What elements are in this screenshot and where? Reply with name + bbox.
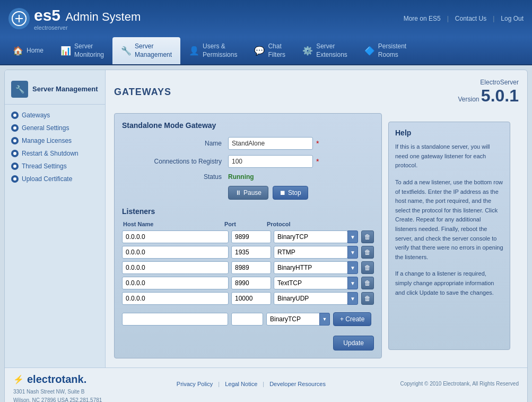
connections-input[interactable]: [228, 155, 313, 168]
nav-chat-filters[interactable]: 💬 ChatFilters: [246, 37, 294, 64]
sidebar-label-upload: Upload Certificate: [22, 175, 72, 183]
header-links: More on ES5 | Contact Us | Log Out: [404, 15, 524, 22]
stop-button[interactable]: ⏹ Stop: [273, 186, 308, 200]
name-required: *: [316, 139, 319, 148]
listener-host-4[interactable]: [122, 292, 229, 305]
sidebar-label-general: General Settings: [22, 124, 69, 132]
name-label: Name: [122, 140, 228, 147]
nav-server-management[interactable]: 🔧 ServerManagement: [112, 37, 180, 64]
listener-row: BinaryTCPRTMPBinaryHTTPTextTCPBinaryUDPT…: [122, 246, 374, 259]
listener-host-1[interactable]: [122, 246, 229, 259]
content-wrapper: 🔧 Server Management Gateways General Set…: [0, 65, 532, 402]
bullet-general: [11, 124, 19, 132]
update-button[interactable]: Update: [333, 336, 374, 350]
panels-row: Standalone Mode Gateway Name * Connectio…: [114, 113, 519, 358]
listener-port-0[interactable]: [231, 230, 271, 243]
bullet-upload: [11, 175, 19, 183]
help-title: Help: [395, 129, 503, 137]
nav-monitoring-label: ServerMonitoring: [74, 42, 104, 59]
add-port-input[interactable]: [231, 313, 263, 326]
main-content: GATEWAYS ElectroServer Version 5.0.1 Sta…: [106, 70, 527, 367]
nav-home[interactable]: 🏠 Home: [4, 37, 52, 64]
name-input[interactable]: [228, 137, 313, 150]
help-text-1: If this is a standalone server, you will…: [395, 142, 503, 170]
connections-row: Connections to Registry *: [122, 155, 374, 168]
create-button[interactable]: + Create: [333, 312, 371, 326]
protocol-arrow-3: ▼: [347, 277, 358, 289]
name-row: Name *: [122, 137, 374, 150]
nav-bar: 🏠 Home 📊 ServerMonitoring 🔧 ServerManage…: [0, 37, 532, 65]
extensions-icon: ⚙️: [302, 46, 313, 56]
listener-host-2[interactable]: [122, 261, 229, 274]
footer-center: Privacy Policy | Legal Notice | Develope…: [177, 373, 326, 387]
listener-port-2[interactable]: [231, 261, 271, 274]
log-out-link[interactable]: Log Out: [501, 15, 524, 22]
connections-label: Connections to Registry: [122, 158, 228, 165]
listener-row: BinaryTCPRTMPBinaryHTTPTextTCPBinaryUDPT…: [122, 292, 374, 305]
privacy-policy-link[interactable]: Privacy Policy: [177, 381, 213, 387]
logo-area: es5 Admin System electroserver: [8, 6, 141, 31]
logo-brand: es5: [34, 6, 60, 24]
nav-server-monitoring[interactable]: 📊 ServerMonitoring: [52, 37, 112, 64]
listener-protocol-1[interactable]: BinaryTCPRTMPBinaryHTTPTextTCPBinaryUDPT…: [274, 246, 348, 259]
listener-port-4[interactable]: [231, 292, 271, 305]
footer-logo: ⚡ electrotank.: [13, 373, 102, 386]
sidebar-item-restart-shutdown[interactable]: Restart & Shutdown: [5, 147, 105, 160]
delete-listener-0[interactable]: 🗑: [361, 230, 374, 243]
sidebar-item-general-settings[interactable]: General Settings: [5, 122, 105, 134]
layout: 🔧 Server Management Gateways General Set…: [5, 70, 527, 367]
listener-protocol-wrap-1: BinaryTCPRTMPBinaryHTTPTextTCPBinaryUDPT…: [274, 246, 359, 259]
listener-protocol-4[interactable]: BinaryTCPRTMPBinaryHTTPTextTCPBinaryUDPT…: [274, 292, 348, 305]
connections-required: *: [316, 157, 319, 166]
listener-port-3[interactable]: [231, 277, 271, 289]
sidebar-item-thread-settings[interactable]: Thread Settings: [5, 160, 105, 173]
delete-listener-1[interactable]: 🗑: [361, 246, 374, 259]
nav-chat-label: ChatFilters: [268, 42, 285, 59]
control-buttons: ⏸ Pause ⏹ Stop: [228, 186, 374, 200]
nav-server-extensions[interactable]: ⚙️ ServerExtensions: [294, 37, 356, 64]
sidebar-label-gateways: Gateways: [22, 112, 50, 119]
nav-users-permissions[interactable]: 👤 Users &Permissions: [180, 37, 246, 64]
pause-button[interactable]: ⏸ Pause: [228, 186, 268, 200]
protocol-arrow-2: ▼: [347, 261, 358, 274]
sidebar-item-gateways[interactable]: Gateways: [5, 109, 105, 122]
sidebar: 🔧 Server Management Gateways General Set…: [5, 70, 106, 367]
header: es5 Admin System electroserver More on E…: [0, 0, 532, 37]
nav-persistent-rooms[interactable]: 🔷 PersistentRooms: [356, 37, 415, 64]
listener-protocol-0[interactable]: BinaryTCPRTMPBinaryHTTPTextTCPBinaryUDPT…: [274, 230, 348, 243]
panel-title: Standalone Mode Gateway: [122, 121, 374, 130]
listener-protocol-3[interactable]: BinaryTCPRTMPBinaryHTTPTextTCPBinaryUDPT…: [274, 277, 348, 289]
listener-protocol-2[interactable]: BinaryTCPRTMPBinaryHTTPTextTCPBinaryUDPT…: [274, 261, 348, 274]
listeners-header: Host Name Port Protocol: [122, 221, 374, 227]
monitoring-icon: 📊: [60, 46, 71, 56]
delete-listener-3[interactable]: 🗑: [361, 277, 374, 289]
wrench-icon: 🔧: [121, 46, 132, 56]
add-protocol-wrap: BinaryTCP RTMP BinaryHTTP TextTCP Binary…: [266, 313, 330, 326]
add-protocol-select[interactable]: BinaryTCP RTMP BinaryHTTP TextTCP Binary…: [266, 313, 330, 326]
listener-protocol-wrap-3: BinaryTCPRTMPBinaryHTTPTextTCPBinaryUDPT…: [274, 277, 359, 289]
nav-extensions-label: ServerExtensions: [316, 42, 347, 59]
listener-port-1[interactable]: [231, 246, 271, 259]
footer-address: 3301 Nash Street NW, Suite B Wilson, NC …: [13, 388, 102, 402]
version-sub: Version: [458, 96, 479, 103]
sidebar-title: Server Management: [32, 85, 98, 94]
add-host-input[interactable]: [122, 313, 228, 326]
developer-resources-link[interactable]: Developer Resources: [269, 381, 326, 387]
sidebar-item-upload-certificate[interactable]: Upload Certificate: [5, 173, 105, 185]
sidebar-item-manage-licenses[interactable]: Manage Licenses: [5, 134, 105, 147]
delete-listener-2[interactable]: 🗑: [361, 261, 374, 274]
stop-icon: ⏹: [280, 189, 286, 196]
contact-us-link[interactable]: Contact Us: [455, 15, 486, 22]
listener-host-0[interactable]: [122, 230, 229, 243]
admin-title: Admin System: [65, 10, 141, 23]
sidebar-label-licenses: Manage Licenses: [22, 137, 72, 144]
legal-notice-link[interactable]: Legal Notice: [225, 381, 257, 387]
chat-icon: 💬: [254, 46, 265, 56]
delete-listener-4[interactable]: 🗑: [361, 292, 374, 305]
footer-address2: Wilson, NC 27896 USA 252.281.5781: [13, 397, 102, 402]
listener-row: BinaryTCPRTMPBinaryHTTPTextTCPBinaryUDPT…: [122, 261, 374, 274]
more-on-es5-link[interactable]: More on ES5: [404, 15, 441, 22]
listener-host-3[interactable]: [122, 277, 229, 289]
listeners-list: BinaryTCPRTMPBinaryHTTPTextTCPBinaryUDPT…: [122, 230, 374, 305]
listener-protocol-wrap-0: BinaryTCPRTMPBinaryHTTPTextTCPBinaryUDPT…: [274, 230, 359, 243]
